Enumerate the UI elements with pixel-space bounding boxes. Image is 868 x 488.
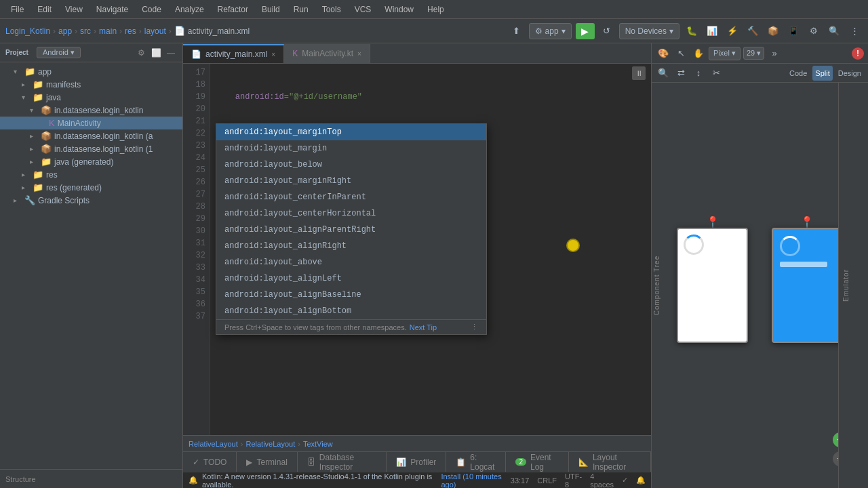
rp-pointer-btn[interactable]: ✂ [709, 66, 724, 81]
menu-vcs[interactable]: VCS [349, 3, 377, 16]
tree-item-app[interactable]: ▾ 📁 app [0, 65, 182, 78]
bottom-tab-eventlog[interactable]: 2 Event Log [506, 452, 568, 472]
tree-item-java-gen[interactable]: ▸ 📁 java (generated) [0, 155, 182, 168]
breadcrumb-src[interactable]: src [80, 26, 91, 36]
autocomplete-item-3[interactable]: android:layout_marginRight [216, 173, 486, 189]
rp-cursor-btn[interactable]: ↖ [673, 46, 688, 61]
tab-close-activity-main[interactable]: × [271, 51, 275, 58]
todo-icon: ✓ [193, 458, 199, 467]
main-toolbar: Login_Kotlin › app › src › main › res › … [0, 19, 868, 43]
navigate-back-btn[interactable]: ⬆ [509, 23, 525, 39]
warning-badge[interactable]: ! [852, 47, 864, 60]
breadcrumb-app[interactable]: app [58, 26, 72, 36]
bottom-tab-logcat[interactable]: 📋 6: Logcat [446, 452, 506, 472]
menu-help[interactable]: Help [422, 3, 450, 16]
run-button[interactable]: ▶ [576, 23, 595, 39]
tree-item-res-gen[interactable]: ▸ 📁 res (generated) [0, 181, 182, 194]
menu-analyze[interactable]: Analyze [170, 3, 210, 16]
autocomplete-item-6[interactable]: android:layout_alignParentRight [216, 222, 486, 238]
coverage-btn[interactable]: 📊 [704, 23, 720, 39]
autocomplete-item-8[interactable]: android:layout_above [216, 254, 486, 270]
autocomplete-item-5[interactable]: android:layout_centerHorizontal [216, 205, 486, 222]
menu-refactor[interactable]: Refactor [212, 3, 254, 16]
device-selector[interactable]: No Devices ▾ [619, 23, 679, 39]
zoom-selector[interactable]: 29 ▾ [743, 47, 764, 60]
notification-install-link[interactable]: Install (10 minutes ago) [441, 472, 510, 489]
path-textview[interactable]: TextView [303, 440, 333, 448]
breadcrumb-project[interactable]: Login_Kotlin [5, 26, 50, 36]
path-relativelayout-2[interactable]: RelativeLayout [245, 440, 295, 448]
autocomplete-item-10[interactable]: android:layout_alignBaseline [216, 287, 486, 303]
menu-build[interactable]: Build [256, 3, 285, 16]
rp-swap-btn[interactable]: ⇄ [673, 66, 688, 81]
path-relativelayout-1[interactable]: RelativeLayout [189, 440, 238, 448]
menu-code[interactable]: Code [136, 3, 167, 16]
tree-item-res[interactable]: ▸ 📁 res [0, 168, 182, 181]
autocomplete-item-2[interactable]: android:layout_below [216, 157, 486, 173]
menu-file[interactable]: File [5, 3, 29, 16]
rp-palette-btn[interactable]: 🎨 [656, 46, 671, 61]
rp-zoom-in-btn[interactable]: 🔍 [656, 66, 671, 81]
app-selector-label: app [545, 26, 559, 36]
sdk-mgr-btn[interactable]: 📦 [765, 23, 781, 39]
settings-btn2[interactable]: ⚙ [806, 23, 822, 39]
next-tip-link[interactable]: Next Tip [410, 323, 437, 331]
breadcrumb-main[interactable]: main [99, 26, 117, 36]
avd-btn[interactable]: 📱 [785, 23, 802, 39]
rp-split-btn[interactable]: Split [812, 66, 832, 81]
tab-activity-main[interactable]: 📄 activity_main.xml × [183, 44, 284, 63]
autocomplete-item-0[interactable]: android:layout_marginTop [216, 124, 486, 140]
menu-navigate[interactable]: Navigate [91, 3, 134, 16]
tree-item-manifests[interactable]: ▸ 📁 manifests [0, 78, 182, 91]
tree-item-mainactivity[interactable]: K MainActivity [0, 117, 182, 129]
status-path-bar: RelativeLayout › RelativeLayout › TextVi… [183, 435, 651, 451]
menu-view[interactable]: View [60, 3, 88, 16]
rp-vertical-btn[interactable]: ↕ [691, 66, 706, 81]
tree-item-gradle[interactable]: ▸ 🔧 Gradle Scripts [0, 194, 182, 207]
tab-mainactivity[interactable]: K MainActivity.kt × [284, 44, 370, 63]
debug-btn[interactable]: 🐛 [684, 23, 700, 39]
autocomplete-menu-btn[interactable]: ⋮ [471, 323, 478, 331]
autocomplete-item-4[interactable]: android:layout_centerInParent [216, 189, 486, 205]
structure-panel-btn[interactable]: Structure [0, 469, 182, 488]
tree-item-java[interactable]: ▾ 📁 java [0, 91, 182, 104]
sidebar-minimize-btn[interactable]: — [165, 47, 177, 59]
tab-close-mainactivity[interactable]: × [357, 50, 361, 58]
device-selector-right[interactable]: Pixel ▾ [709, 47, 741, 60]
tree-item-package-1[interactable]: ▸ 📦 in.datasense.login_kotlin (1 [0, 142, 182, 155]
refresh-btn[interactable]: ↺ [599, 23, 615, 39]
zoom-label: 29 [747, 49, 755, 57]
sidebar-layout-btn[interactable]: ⬜ [150, 47, 162, 59]
android-dropdown[interactable]: Android ▾ [37, 47, 81, 58]
menu-tools[interactable]: Tools [317, 3, 347, 16]
rp-code-btn[interactable]: Code [787, 66, 810, 81]
breadcrumb-res[interactable]: res [125, 26, 136, 36]
app-selector[interactable]: ⚙ app ▾ [529, 23, 572, 39]
pause-btn[interactable]: ⏸ [632, 66, 646, 80]
breadcrumb-layout[interactable]: layout [144, 26, 166, 36]
bottom-tab-terminal[interactable]: ▶ Terminal [237, 452, 297, 472]
tree-item-package-main[interactable]: ▾ 📦 in.datasense.login_kotlin [0, 104, 182, 117]
menu-edit[interactable]: Edit [32, 3, 57, 16]
bottom-tab-todo[interactable]: ✓ TODO [183, 452, 237, 472]
project-sidebar: Project Android ▾ ⚙ ⬜ — ▾ 📁 app ▸ � [0, 43, 183, 488]
menu-run[interactable]: Run [288, 3, 314, 16]
pin-icon-left: 📍 [706, 216, 719, 228]
tree-item-package-a[interactable]: ▸ 📦 in.datasense.login_kotlin (a [0, 129, 182, 142]
sidebar-gear-btn[interactable]: ⚙ [135, 47, 147, 59]
rp-design-btn[interactable]: Design [835, 66, 864, 81]
autocomplete-item-11[interactable]: android:layout_alignBottom [216, 303, 486, 319]
profile-btn[interactable]: ⚡ [724, 23, 741, 39]
search-btn[interactable]: 🔍 [826, 23, 842, 39]
autocomplete-item-1[interactable]: android:layout_margin [216, 140, 486, 157]
bottom-tab-database[interactable]: 🗄 Database Inspector [298, 452, 387, 472]
more-btn[interactable]: ⋮ [846, 23, 863, 39]
bottom-tab-profiler[interactable]: 📊 Profiler [387, 452, 446, 472]
autocomplete-item-7[interactable]: android:layout_alignRight [216, 238, 486, 254]
menu-window[interactable]: Window [379, 3, 419, 16]
build-btn[interactable]: 🔨 [745, 23, 761, 39]
bottom-tab-layout-inspector[interactable]: 📐 Layout Inspector [569, 452, 651, 472]
rp-panning-btn[interactable]: ✋ [691, 46, 706, 61]
rp-more-btn[interactable]: » [767, 46, 782, 61]
autocomplete-item-9[interactable]: android:layout_alignLeft [216, 270, 486, 287]
